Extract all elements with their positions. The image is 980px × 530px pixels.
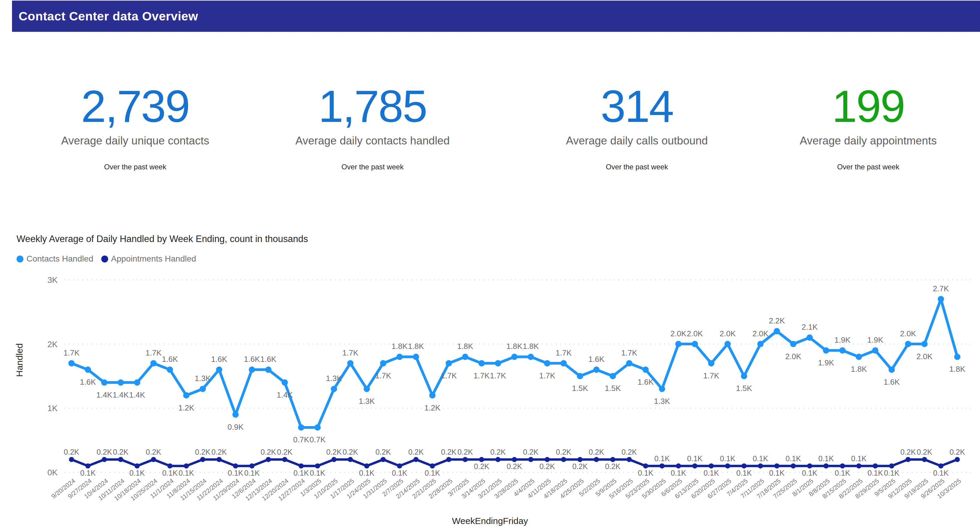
data-point[interactable]: [462, 354, 468, 360]
data-point[interactable]: [265, 367, 272, 373]
data-point[interactable]: [413, 354, 419, 360]
data-point[interactable]: [659, 386, 665, 392]
data-point[interactable]: [315, 463, 320, 468]
data-point[interactable]: [578, 457, 582, 462]
data-point[interactable]: [627, 457, 632, 462]
data-point[interactable]: [151, 457, 156, 462]
data-point[interactable]: [397, 463, 402, 468]
data-point[interactable]: [823, 347, 829, 354]
data-point[interactable]: [545, 457, 550, 462]
data-point[interactable]: [561, 360, 567, 367]
data-point[interactable]: [675, 341, 682, 347]
data-point[interactable]: [479, 360, 485, 367]
data-point[interactable]: [791, 463, 796, 468]
data-point[interactable]: [955, 457, 960, 462]
data-point[interactable]: [889, 367, 895, 373]
data-point[interactable]: [199, 386, 206, 392]
data-point[interactable]: [118, 457, 123, 462]
data-point[interactable]: [315, 424, 321, 431]
data-point[interactable]: [643, 463, 648, 468]
data-point[interactable]: [167, 463, 172, 468]
data-point[interactable]: [446, 457, 451, 462]
data-point[interactable]: [396, 354, 403, 360]
data-point[interactable]: [758, 463, 763, 468]
data-point[interactable]: [692, 341, 698, 347]
data-point[interactable]: [381, 457, 386, 462]
data-point[interactable]: [609, 373, 616, 379]
data-point[interactable]: [856, 463, 861, 468]
data-point[interactable]: [118, 379, 124, 386]
data-point[interactable]: [233, 463, 238, 468]
data-point[interactable]: [429, 392, 436, 398]
data-point[interactable]: [692, 463, 697, 468]
data-point[interactable]: [626, 360, 632, 367]
data-point[interactable]: [298, 424, 304, 431]
data-point[interactable]: [839, 347, 846, 354]
data-point[interactable]: [561, 457, 566, 462]
data-point[interactable]: [495, 360, 501, 367]
data-point[interactable]: [101, 379, 108, 386]
data-point[interactable]: [463, 457, 468, 462]
data-point[interactable]: [348, 457, 353, 462]
data-point[interactable]: [85, 463, 91, 468]
data-point[interactable]: [495, 457, 501, 462]
data-point[interactable]: [331, 457, 336, 462]
data-point[interactable]: [479, 457, 484, 462]
data-point[interactable]: [364, 386, 370, 392]
data-point[interactable]: [872, 347, 878, 354]
data-point[interactable]: [741, 373, 747, 379]
data-point[interactable]: [216, 367, 222, 373]
data-point[interactable]: [889, 463, 894, 468]
data-point[interactable]: [430, 463, 435, 468]
data-point[interactable]: [249, 367, 255, 373]
data-point[interactable]: [380, 360, 387, 367]
data-point[interactable]: [528, 354, 534, 360]
data-point[interactable]: [266, 457, 271, 462]
data-point[interactable]: [445, 360, 452, 367]
data-point[interactable]: [773, 328, 780, 334]
data-point[interactable]: [512, 457, 517, 462]
data-point[interactable]: [708, 360, 714, 367]
data-point[interactable]: [873, 463, 878, 468]
data-point[interactable]: [69, 457, 74, 462]
data-point[interactable]: [200, 457, 205, 462]
data-point[interactable]: [528, 457, 533, 462]
data-point[interactable]: [216, 457, 222, 462]
data-point[interactable]: [102, 457, 107, 462]
data-point[interactable]: [184, 463, 189, 468]
data-point[interactable]: [824, 463, 829, 468]
data-point[interactable]: [134, 379, 140, 386]
data-point[interactable]: [856, 354, 862, 360]
data-point[interactable]: [938, 463, 943, 468]
legend-item-contacts-handled[interactable]: Contacts Handled: [16, 254, 94, 263]
data-point[interactable]: [610, 457, 615, 462]
data-point[interactable]: [922, 457, 927, 462]
data-point[interactable]: [282, 379, 288, 386]
data-point[interactable]: [232, 411, 239, 418]
data-point[interactable]: [807, 463, 812, 468]
data-point[interactable]: [905, 457, 911, 462]
data-point[interactable]: [709, 463, 714, 468]
data-point[interactable]: [725, 463, 730, 468]
data-point[interactable]: [331, 386, 337, 392]
data-point[interactable]: [593, 367, 600, 373]
data-point[interactable]: [364, 463, 369, 468]
data-point[interactable]: [774, 463, 779, 468]
data-point[interactable]: [757, 341, 764, 347]
data-point[interactable]: [921, 341, 928, 347]
legend-item-appointments-handled[interactable]: Appointments Handled: [101, 254, 196, 263]
data-point[interactable]: [938, 296, 944, 302]
data-point[interactable]: [299, 463, 304, 468]
data-point[interactable]: [167, 367, 173, 373]
data-point[interactable]: [151, 360, 157, 367]
data-point[interactable]: [249, 463, 255, 468]
data-point[interactable]: [577, 373, 583, 379]
data-point[interactable]: [659, 463, 665, 468]
data-point[interactable]: [954, 354, 961, 360]
data-point[interactable]: [905, 341, 911, 347]
data-point[interactable]: [135, 463, 140, 468]
data-point[interactable]: [68, 360, 75, 367]
data-point[interactable]: [511, 354, 518, 360]
data-point[interactable]: [282, 457, 287, 462]
data-point[interactable]: [790, 341, 796, 347]
